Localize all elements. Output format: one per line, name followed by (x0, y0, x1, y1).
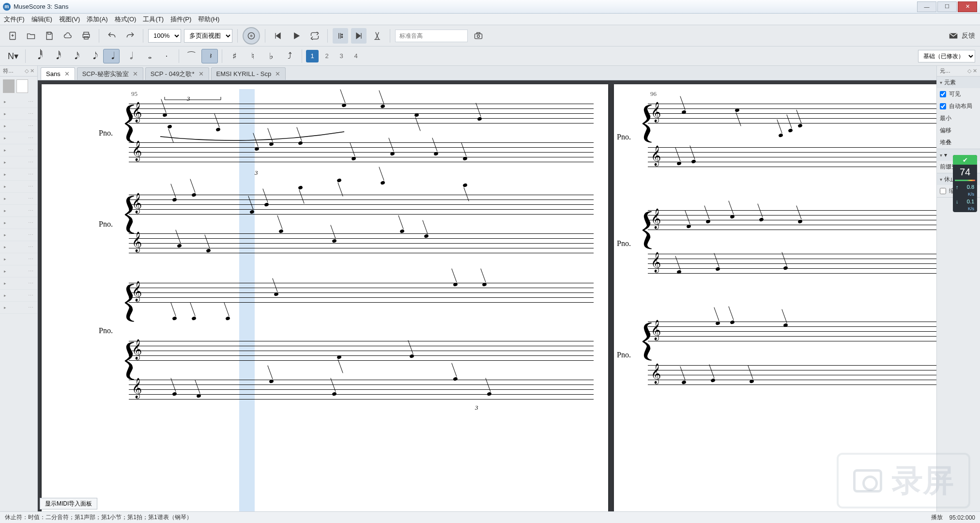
note-32nd-button[interactable]: 𝅘𝅥𝅰 (48, 49, 64, 63)
menu-tools[interactable]: 工具(T) (143, 15, 164, 24)
note-toolbar: N▾ 𝅘𝅥𝅱 𝅘𝅥𝅰 𝅘𝅥𝅯 𝅘𝅥𝅮 𝅘𝅥 𝅗𝅥 𝅝 · ⁀ 𝄽 ♯ ♮ ♭ ⤴… (0, 46, 980, 66)
palette-item[interactable] (0, 108, 37, 120)
status-play-label: 播放 (931, 513, 943, 522)
feedback-link[interactable]: 反馈 (948, 31, 975, 41)
palette-header: 符… ◇ ✕ (0, 66, 37, 77)
countin-button[interactable] (369, 28, 385, 44)
menu-plugins[interactable]: 插件(P) (170, 15, 191, 24)
score-canvas[interactable]: 95 3 3 Pno. 𝄔 𝄞 𝄞 Pno. 𝄔 𝄞 𝄞 𝄔 (38, 80, 936, 511)
note-64th-button[interactable]: 𝅘𝅥𝅱 (30, 49, 46, 63)
tie-button[interactable]: ⁀ (183, 49, 199, 63)
note-8th-button[interactable]: 𝅘𝅥𝅮 (85, 49, 101, 63)
palette-item[interactable] (0, 265, 37, 277)
palette-item[interactable] (0, 205, 37, 217)
palette-item[interactable] (0, 144, 37, 156)
main-toolbar: 100% 多页面视图 反馈 (0, 25, 980, 46)
palette-item[interactable] (0, 169, 37, 181)
save-button[interactable] (42, 28, 57, 44)
palette-item[interactable] (0, 132, 37, 144)
inspector-header: 元… ◇ ✕ (937, 66, 980, 77)
note-quarter-button[interactable]: 𝅘𝅥 (103, 49, 120, 63)
flip-button[interactable]: ⤴ (281, 49, 298, 63)
palette-item[interactable] (0, 253, 37, 265)
palette-swatch-white[interactable] (16, 79, 28, 93)
section-element[interactable]: 元素 (937, 77, 980, 88)
concert-pitch-input[interactable] (395, 30, 468, 42)
svg-point-20 (477, 35, 480, 37)
midi-import-panel-button[interactable]: 显示MIDI导入面板 (40, 498, 97, 509)
voice-1-button[interactable]: 1 (306, 50, 319, 62)
palette-item[interactable] (0, 96, 37, 108)
zoom-select[interactable]: 100% (148, 29, 181, 43)
app-icon: m (3, 3, 11, 11)
view-mode-select[interactable]: 多页面视图 (184, 29, 232, 43)
palette-item[interactable] (0, 120, 37, 132)
rewind-button[interactable] (270, 28, 286, 44)
dot-button[interactable]: · (158, 49, 175, 63)
sharp-button[interactable]: ♯ (226, 49, 243, 63)
voice-2-button[interactable]: 2 (321, 50, 333, 62)
measure-number: 96 (650, 90, 657, 98)
metronome-button[interactable] (243, 27, 260, 45)
minimize-button[interactable]: — (917, 1, 936, 12)
maximize-button[interactable]: ☐ (937, 1, 957, 12)
status-play-position: 95:02:000 (949, 514, 975, 521)
visible-checkbox[interactable] (940, 91, 946, 97)
rest-button[interactable]: 𝄽 (201, 49, 218, 63)
palette-item[interactable] (0, 241, 37, 253)
voice-3-button[interactable]: 3 (335, 50, 348, 62)
open-button[interactable] (23, 28, 39, 44)
close-icon[interactable]: ✕ (133, 70, 138, 77)
menu-view[interactable]: 视图(V) (59, 15, 80, 24)
natural-button[interactable]: ♮ (245, 49, 261, 63)
note-half-button[interactable]: 𝅗𝅥 (122, 49, 138, 63)
small-rest-checkbox[interactable] (940, 188, 946, 194)
redo-button[interactable] (122, 28, 138, 44)
mail-icon (948, 31, 959, 41)
svg-rect-19 (475, 33, 482, 38)
flat-button[interactable]: ♭ (263, 49, 279, 63)
palette-close-icon[interactable]: ◇ ✕ (25, 68, 34, 74)
palette-item[interactable] (0, 302, 37, 314)
close-window-button[interactable]: ✕ (958, 1, 977, 12)
svg-point-8 (250, 34, 253, 37)
close-icon[interactable]: ✕ (199, 70, 204, 77)
menu-file[interactable]: 文件(F) (4, 15, 25, 24)
palette-item[interactable] (0, 229, 37, 241)
tab-scp-049[interactable]: SCP - 049之歌*✕ (145, 67, 209, 80)
undo-button[interactable] (104, 28, 120, 44)
palette-item[interactable] (0, 217, 37, 229)
camera-icon (853, 469, 882, 492)
palette-item[interactable] (0, 156, 37, 169)
play-repeats-button[interactable] (333, 28, 348, 44)
menu-help[interactable]: 帮助(H) (198, 15, 219, 24)
svg-marker-11 (294, 33, 299, 39)
palette-item[interactable] (0, 181, 37, 193)
palette-item[interactable] (0, 193, 37, 205)
tab-emsi[interactable]: EMSI KYRILL - Scp✕ (211, 67, 286, 80)
panel-close-icon[interactable]: ◇ ✕ (967, 68, 977, 74)
palette-item[interactable] (0, 277, 37, 290)
pan-button[interactable] (351, 28, 367, 44)
palette-item[interactable] (0, 290, 37, 302)
menu-add[interactable]: 添加(A) (87, 15, 107, 24)
close-icon[interactable]: ✕ (275, 70, 280, 77)
svg-marker-10 (276, 33, 280, 39)
menu-edit[interactable]: 编辑(E) (31, 15, 52, 24)
note-whole-button[interactable]: 𝅝 (140, 49, 156, 63)
tab-scp-lab[interactable]: SCP-秘密实验室✕ (77, 67, 143, 80)
palette-swatch-grey[interactable] (3, 79, 15, 93)
new-button[interactable] (5, 28, 20, 44)
workspace-select[interactable]: 基础（已修改） (918, 50, 975, 62)
voice-4-button[interactable]: 4 (350, 50, 362, 62)
loop-button[interactable] (307, 28, 322, 44)
cloud-button[interactable] (60, 28, 76, 44)
close-icon[interactable]: ✕ (64, 70, 70, 77)
play-button[interactable] (289, 28, 304, 44)
tab-sans[interactable]: Sans✕ (41, 67, 75, 80)
print-button[interactable] (78, 28, 94, 44)
note-input-mode-button[interactable]: N▾ (5, 49, 21, 63)
autolayout-checkbox[interactable] (940, 103, 946, 109)
screenshot-button[interactable] (471, 28, 486, 44)
menu-format[interactable]: 格式(O) (115, 15, 137, 24)
